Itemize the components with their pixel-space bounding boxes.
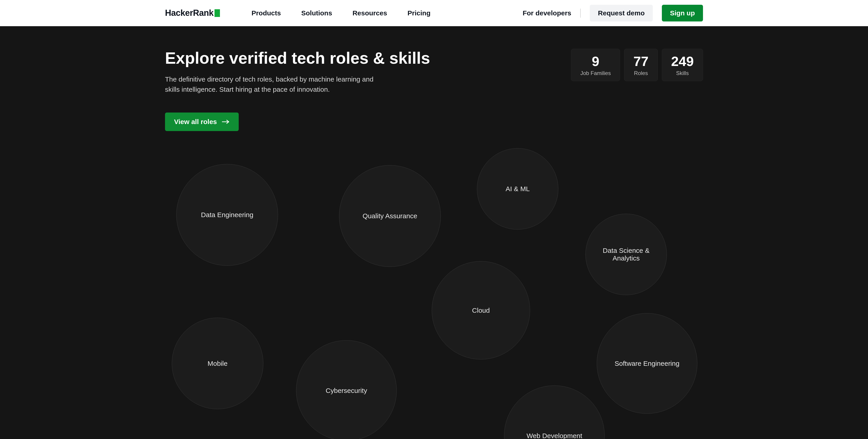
role-bubble[interactable]: Web Development bbox=[504, 385, 604, 439]
top-nav: HackerRank Products Solutions Resources … bbox=[0, 0, 868, 26]
nav-right: For developers Request demo Sign up bbox=[523, 5, 703, 22]
sign-up-button[interactable]: Sign up bbox=[662, 5, 703, 22]
role-bubble-label: Cloud bbox=[472, 307, 490, 314]
stat-value: 9 bbox=[580, 54, 611, 69]
stat-value: 249 bbox=[671, 54, 694, 69]
brand-text: HackerRank bbox=[165, 8, 214, 18]
role-bubble[interactable]: AI & ML bbox=[477, 148, 558, 229]
for-developers-link[interactable]: For developers bbox=[523, 9, 571, 17]
role-bubble[interactable]: Cloud bbox=[432, 261, 530, 359]
nav-link-solutions[interactable]: Solutions bbox=[301, 9, 332, 17]
role-bubble[interactable]: Data Engineering bbox=[176, 164, 278, 266]
nav-link-pricing[interactable]: Pricing bbox=[408, 9, 431, 17]
role-bubble-label: Data Science & Analytics bbox=[592, 247, 660, 262]
role-bubble-label: Data Engineering bbox=[201, 211, 253, 219]
brand-square-icon bbox=[215, 9, 220, 17]
stats-row: 9 Job Families 77 Roles 249 Skills bbox=[571, 49, 703, 81]
primary-nav: Products Solutions Resources Pricing bbox=[252, 9, 431, 17]
view-all-roles-label: View all roles bbox=[174, 118, 217, 126]
role-bubble-label: Web Development bbox=[526, 432, 582, 439]
hero-title: Explore verified tech roles & skills bbox=[165, 49, 430, 67]
role-bubble[interactable]: Mobile bbox=[172, 318, 264, 409]
role-bubble[interactable]: Software Engineering bbox=[597, 313, 698, 414]
role-bubble-label: Mobile bbox=[208, 360, 227, 367]
role-bubble[interactable]: Data Science & Analytics bbox=[585, 214, 667, 295]
stat-label: Roles bbox=[633, 70, 649, 76]
stat-card-roles: 77 Roles bbox=[624, 49, 658, 81]
role-bubble-label: Software Engineering bbox=[615, 360, 680, 367]
nav-divider bbox=[580, 8, 581, 18]
stat-card-job-families: 9 Job Families bbox=[571, 49, 620, 81]
nav-link-products[interactable]: Products bbox=[252, 9, 281, 17]
role-bubble-label: AI & ML bbox=[506, 185, 530, 193]
role-bubble-cluster: Data EngineeringQuality AssuranceAI & ML… bbox=[160, 142, 708, 439]
request-demo-button[interactable]: Request demo bbox=[590, 5, 653, 22]
hero-subtitle: The definitive directory of tech roles, … bbox=[165, 74, 386, 94]
view-all-roles-button[interactable]: View all roles bbox=[165, 113, 239, 131]
stat-value: 77 bbox=[633, 54, 649, 69]
role-bubble[interactable]: Cybersecurity bbox=[296, 340, 397, 439]
role-bubble[interactable]: Quality Assurance bbox=[339, 165, 441, 267]
role-bubble-label: Quality Assurance bbox=[363, 212, 417, 220]
nav-link-resources[interactable]: Resources bbox=[352, 9, 387, 17]
stat-label: Skills bbox=[671, 70, 694, 76]
stat-card-skills: 249 Skills bbox=[662, 49, 703, 81]
arrow-right-icon bbox=[221, 119, 230, 125]
hero-section: Explore verified tech roles & skills The… bbox=[0, 26, 868, 439]
stat-label: Job Families bbox=[580, 70, 611, 76]
role-bubble-label: Cybersecurity bbox=[326, 387, 367, 395]
brand-logo[interactable]: HackerRank bbox=[165, 8, 220, 18]
